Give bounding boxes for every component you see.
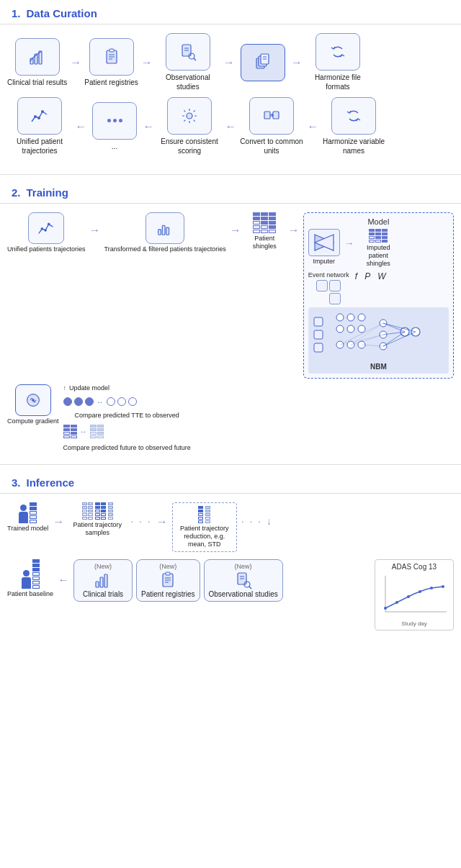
svg-rect-30 (166, 227, 169, 235)
train-transformed: Transformed & filtered patients trajecto… (104, 212, 226, 253)
adas-chart-svg (378, 572, 450, 619)
clipboard-icon (102, 47, 122, 67)
svg-point-19 (37, 117, 40, 119)
svg-point-21 (187, 113, 192, 119)
patient-traj-area: Patient trajectory samples (68, 502, 126, 537)
flow-ensure: Ensure consistent scoring (157, 97, 222, 155)
nbm-area: NBM (308, 307, 449, 374)
train-unified-label: Unified patients trajectories (7, 245, 86, 253)
new-obs-label: Observational studies (209, 590, 278, 598)
future-row: ↔ (63, 425, 191, 438)
svg-rect-62 (96, 582, 99, 587)
imputer-icon (311, 232, 337, 253)
section-2-header: 2. Training (0, 179, 461, 204)
new-patient-reg-label: Patient registries (141, 590, 194, 598)
svg-point-81 (430, 587, 433, 589)
arrows-sync-icon (328, 42, 348, 62)
arrow-future: ↔ (80, 428, 87, 435)
traj-reduction-label: Patient trajectory reduction, e.g. mean,… (176, 525, 233, 548)
reduction-visual (198, 506, 210, 523)
new-items-area: (New) Clinical trials (New) (73, 559, 370, 602)
svg-line-58 (383, 323, 416, 332)
flow-label-harmonize: Harmonize file formats (305, 73, 370, 91)
trained-model-visual (19, 502, 37, 523)
chart-x-label: Study day (378, 620, 450, 627)
cn6 (128, 397, 137, 406)
svg-point-61 (32, 399, 35, 402)
imputer-box (308, 229, 340, 256)
flow-box-harmonize (315, 33, 360, 71)
svg-rect-22 (264, 112, 270, 119)
flow-label-convert: Convert to common units (239, 137, 304, 155)
inf-dots: . . . (130, 513, 151, 525)
svg-line-52 (351, 323, 383, 345)
training-bottom-row: Compute gradient ↑ Update model ↔ (7, 384, 454, 451)
en-box-1 (316, 280, 328, 291)
en-box-3 (329, 293, 341, 304)
svg-point-25 (41, 227, 44, 230)
dots-visual (107, 119, 122, 122)
shingle-col-2 (261, 212, 268, 233)
svg-point-82 (442, 585, 444, 588)
new-clinical-box: (New) Clinical trials (73, 559, 133, 602)
svg-point-37 (347, 314, 354, 321)
svg-point-79 (407, 595, 410, 598)
baseline-person-body (22, 577, 31, 589)
section-1-header: 1. Data Curation (0, 0, 461, 24)
flow-label-patient-reg: Patient registries (84, 78, 138, 87)
chart-bar-icon (27, 47, 48, 67)
flow-harmonize-vars: Harmonize variable names (321, 97, 386, 155)
convert-icon (261, 106, 282, 126)
imputer-area: Imputer (308, 229, 340, 265)
flow-dots: ... (89, 102, 140, 151)
line-chart-2-icon (37, 219, 55, 238)
adas-chart: ADAS Cog 13 Study day (375, 559, 454, 630)
flow-file-stack (238, 44, 288, 81)
imputer-label: Imputer (313, 258, 336, 265)
svg-point-27 (48, 223, 50, 226)
flow-box-convert (249, 97, 294, 135)
flow-clinical-trial: Clinical trial results (7, 38, 67, 87)
p-label: P (364, 271, 370, 281)
inference-bottom-row: Patient baseline → (New) Clinical trials (7, 559, 454, 630)
svg-point-36 (336, 314, 344, 321)
train-shingles: Patient shingles (245, 212, 285, 250)
arrow-3: → (223, 56, 235, 69)
cn2 (74, 397, 83, 406)
baseline-visual (22, 559, 40, 589)
train-unified: Unified patients trajectories (7, 212, 86, 253)
file-stack-icon (253, 53, 273, 73)
line-chart-icon (30, 106, 50, 126)
new-clinical-tag: (New) (94, 563, 112, 570)
traj-group-3 (108, 502, 113, 520)
train-arrow-2: → (230, 224, 241, 237)
flow-harmonize-files: Harmonize file formats (305, 33, 370, 91)
cn1 (63, 397, 72, 406)
person-body (19, 512, 28, 523)
flow-box-obs (166, 33, 210, 71)
arrow-7: → (225, 120, 236, 133)
baseline-shingle-visual (32, 559, 40, 589)
flow-label-dots: ... (112, 142, 117, 151)
flow-unified: Unified patient trajectories (7, 97, 72, 155)
arrow-6: → (143, 120, 154, 133)
imputed-shingles: Imputed patient shingles (359, 229, 398, 267)
search-doc-icon (178, 42, 198, 62)
patient-traj-label: Patient trajectory samples (68, 521, 126, 537)
flow-box-harmonize-vars (331, 97, 376, 135)
flow-label-clinical: Clinical trial results (7, 78, 67, 87)
baseline-person-head (23, 570, 30, 577)
svg-line-12 (194, 58, 196, 60)
flow-box-dots (92, 102, 137, 140)
pred-shingle (63, 425, 77, 438)
svg-point-39 (336, 325, 344, 333)
svg-point-26 (44, 229, 47, 232)
svg-point-80 (419, 590, 421, 593)
svg-rect-28 (158, 230, 161, 235)
shingles-label: Patient shingles (245, 235, 285, 250)
section-3: 3. Inference (0, 469, 461, 638)
arrow-2: → (141, 56, 153, 69)
flow-box-ensure (167, 97, 212, 135)
flow-convert: Convert to common units (239, 97, 304, 155)
shingle-col-3 (269, 212, 276, 233)
